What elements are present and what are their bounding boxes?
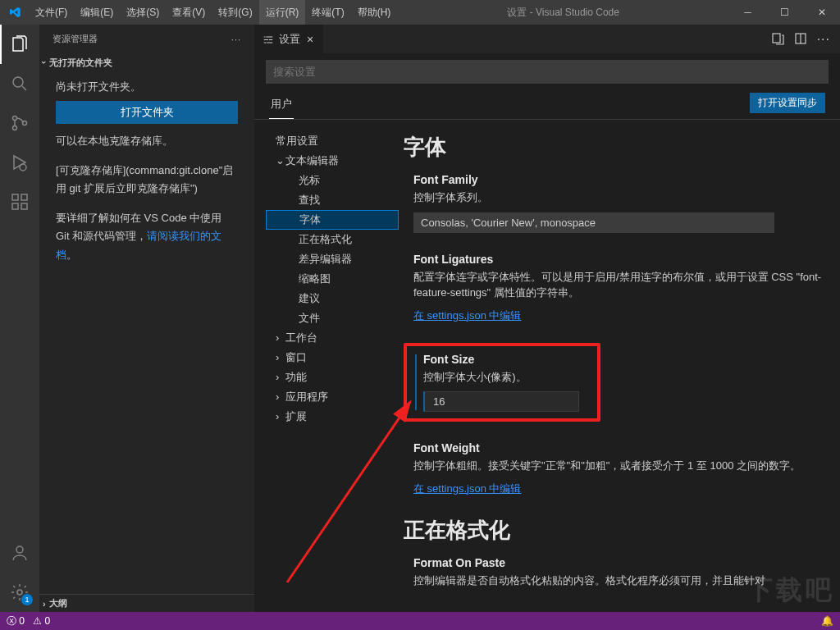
menu-file[interactable]: 文件(F): [29, 0, 74, 25]
source-control-icon[interactable]: [0, 103, 39, 143]
toc-workbench[interactable]: ›工作台: [266, 328, 399, 348]
titlebar: 文件(F) 编辑(E) 选择(S) 查看(V) 转到(G) 运行(R) 终端(T…: [0, 0, 840, 25]
setting-title: Font Family: [413, 173, 824, 186]
tab-label: 设置: [279, 32, 300, 47]
status-errors[interactable]: ⓧ 0: [7, 614, 25, 628]
svg-rect-11: [773, 34, 780, 43]
font-size-input[interactable]: [423, 391, 579, 412]
docs-hint: 要详细了解如何在 VS Code 中使用 Git 和源代码管理，请阅读我们的文档…: [56, 209, 238, 263]
window-controls: ─ ☐ ✕: [729, 0, 840, 25]
menu-go[interactable]: 转到(G): [212, 0, 258, 25]
toc-common[interactable]: 常用设置: [266, 131, 399, 151]
setting-font-size: Font Size 控制字体大小(像素)。: [404, 343, 600, 422]
toc-cursor[interactable]: 光标: [266, 171, 399, 190]
toc-formatting[interactable]: 正在格式化: [266, 230, 399, 249]
notifications-icon[interactable]: 🔔: [821, 615, 833, 627]
close-button[interactable]: ✕: [803, 0, 840, 25]
settings-scope-tabs: 用户 打开设置同步: [254, 84, 840, 120]
search-icon[interactable]: [0, 64, 39, 103]
accounts-icon[interactable]: [0, 533, 39, 573]
svg-rect-7: [21, 203, 27, 209]
sidebar-title: 资源管理器 ···: [39, 25, 254, 53]
menu-run[interactable]: 运行(R): [259, 0, 306, 25]
tab-settings[interactable]: 设置 ×: [254, 25, 324, 53]
sidebar-more-icon[interactable]: ···: [231, 34, 241, 44]
settings-tab-icon: [262, 34, 274, 45]
svg-rect-8: [21, 194, 27, 200]
toc-font[interactable]: 字体: [266, 210, 399, 230]
menu-terminal[interactable]: 终端(T): [305, 0, 350, 25]
setting-title: Font Weight: [413, 441, 824, 454]
toc-suggest[interactable]: 建议: [266, 289, 399, 308]
menu-selection[interactable]: 选择(S): [120, 0, 166, 25]
menu-help[interactable]: 帮助(H): [351, 0, 398, 25]
toc-extensions[interactable]: ›扩展: [266, 407, 399, 427]
menu-bar: 文件(F) 编辑(E) 选择(S) 查看(V) 转到(G) 运行(R) 终端(T…: [29, 0, 397, 25]
setting-font-weight: Font Weight 控制字体粗细。接受关键字"正常"和"加粗"，或者接受介于…: [404, 441, 824, 496]
svg-point-0: [13, 77, 23, 87]
window-title: 设置 - Visual Studio Code: [397, 6, 729, 20]
minimize-button[interactable]: ─: [729, 0, 766, 25]
setting-desc: 配置字体连字或字体特性。可以是用于启用/禁用连字的布尔值，或用于设置 CSS "…: [413, 269, 824, 301]
setting-desc: 控制字体大小(像素)。: [423, 369, 589, 386]
update-badge: 1: [21, 594, 33, 605]
svg-point-4: [20, 164, 26, 171]
clone-hint: 可以在本地克隆存储库。: [56, 132, 238, 150]
settings-list[interactable]: 字体 Font Family 控制字体系列。 Font Ligatures 配置…: [399, 120, 840, 612]
setting-desc: 控制编辑器是否自动格式化粘贴的内容。格式化程序必须可用，并且能针对: [413, 573, 824, 589]
settings-search: [266, 60, 829, 84]
activity-bar: 1: [0, 25, 39, 612]
edit-in-json-link[interactable]: 在 settings.json 中编辑: [413, 482, 522, 495]
svg-point-9: [16, 546, 23, 553]
settings-toc: 常用设置 ⌄文本编辑器 光标 查找 字体 正在格式化 差异编辑器 缩略图 建议 …: [254, 120, 399, 612]
menu-view[interactable]: 查看(V): [166, 0, 212, 25]
toc-application[interactable]: ›应用程序: [266, 387, 399, 407]
setting-desc: 控制字体系列。: [413, 189, 824, 206]
sidebar-body: 尚未打开文件夹。 打开文件夹 可以在本地克隆存储库。 [可克隆存储库](comm…: [39, 71, 254, 271]
toc-diff[interactable]: 差异编辑器: [266, 249, 399, 269]
search-input[interactable]: [266, 60, 829, 84]
scope-user-tab[interactable]: 用户: [269, 92, 294, 119]
svg-rect-5: [12, 194, 18, 200]
menu-edit[interactable]: 编辑(E): [74, 0, 120, 25]
editor-more-icon[interactable]: ···: [817, 32, 830, 47]
no-folder-message: 尚未打开文件夹。: [56, 78, 238, 96]
svg-point-10: [17, 590, 22, 595]
editor-area: 设置 × ··· 用户 打开设置同步 常用设置 ⌄文本编辑器 光标 查找 字体 …: [254, 25, 840, 612]
settings-gear-icon[interactable]: 1: [0, 573, 39, 612]
setting-title: Format On Paste: [413, 556, 824, 569]
toc-files[interactable]: 文件: [266, 308, 399, 328]
section-font-heading: 字体: [404, 133, 824, 162]
toc-minimap[interactable]: 缩略图: [266, 269, 399, 289]
toc-features[interactable]: ›功能: [266, 368, 399, 387]
explorer-sidebar: 资源管理器 ··· 无打开的文件夹 尚未打开文件夹。 打开文件夹 可以在本地克隆…: [39, 25, 254, 612]
explorer-icon[interactable]: [0, 25, 39, 64]
extensions-icon[interactable]: [0, 182, 39, 221]
clone-command-text: [可克隆存储库](command:git.clone"启用 git 扩展后立即克…: [56, 162, 238, 198]
no-folder-header[interactable]: 无打开的文件夹: [39, 53, 254, 71]
tab-close-icon[interactable]: ×: [305, 33, 315, 46]
maximize-button[interactable]: ☐: [766, 0, 803, 25]
status-bar: ⓧ 0 ⚠ 0 🔔: [0, 612, 840, 630]
run-debug-icon[interactable]: [0, 143, 39, 182]
open-settings-json-icon[interactable]: [771, 32, 784, 47]
setting-title: Font Size: [423, 353, 589, 366]
svg-point-2: [13, 126, 17, 130]
toc-window[interactable]: ›窗口: [266, 348, 399, 368]
toc-text-editor[interactable]: ⌄文本编辑器: [266, 151, 399, 171]
setting-title: Font Ligatures: [413, 253, 824, 266]
open-settings-sync-button[interactable]: 打开设置同步: [750, 93, 825, 113]
status-warnings[interactable]: ⚠ 0: [33, 615, 50, 627]
open-folder-button[interactable]: 打开文件夹: [56, 101, 238, 124]
setting-font-family: Font Family 控制字体系列。: [404, 173, 824, 233]
svg-rect-6: [12, 203, 18, 209]
toc-find[interactable]: 查找: [266, 190, 399, 210]
outline-header[interactable]: 大纲: [39, 594, 254, 612]
setting-font-ligatures: Font Ligatures 配置字体连字或字体特性。可以是用于启用/禁用连字的…: [404, 253, 824, 323]
split-editor-icon[interactable]: [794, 32, 807, 47]
font-family-input[interactable]: [413, 212, 774, 233]
section-formatting-heading: 正在格式化: [404, 516, 824, 545]
edit-in-json-link[interactable]: 在 settings.json 中编辑: [413, 309, 522, 322]
vscode-logo-icon: [0, 6, 29, 19]
setting-format-on-paste: Format On Paste 控制编辑器是否自动格式化粘贴的内容。格式化程序必…: [404, 556, 824, 589]
